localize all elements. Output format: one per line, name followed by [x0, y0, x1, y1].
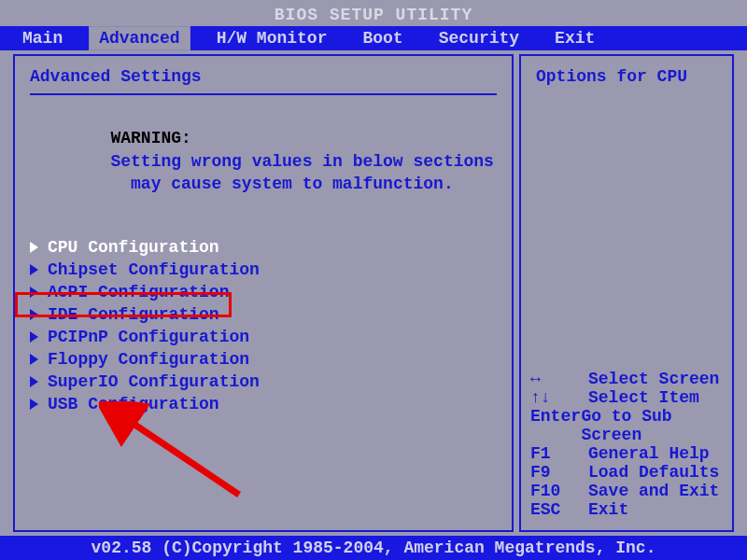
submenu-list: CPU ConfigurationChipset ConfigurationAC…: [30, 236, 497, 415]
hint-key: ↑↓: [530, 388, 588, 407]
main-panel: Advanced Settings WARNING: Setting wrong…: [13, 54, 514, 532]
app-title: BIOS SETUP UTILITY: [0, 6, 747, 26]
hint-row: F10Save and Exit: [530, 482, 723, 500]
submenu-label: PCIPnP Configuration: [48, 328, 249, 346]
top-menu-bar: MainAdvancedH/W MonitorBootSecurityExit: [0, 26, 747, 50]
hint-label: Select Item: [588, 388, 699, 407]
submenu-usb-configuration[interactable]: USB Configuration: [30, 393, 497, 415]
tab-advanced[interactable]: Advanced: [89, 26, 190, 50]
hint-key: ESC: [530, 500, 588, 519]
submenu-label: SuperIO Configuration: [48, 372, 260, 391]
triangle-icon: [30, 331, 38, 343]
hint-key: F1: [530, 444, 588, 463]
triangle-icon: [30, 376, 38, 387]
triangle-icon: [30, 242, 38, 253]
triangle-icon: [30, 399, 38, 410]
submenu-label: USB Configuration: [48, 395, 219, 413]
hint-key: Enter: [530, 407, 581, 444]
section-title: Advanced Settings: [30, 67, 497, 86]
tab-security[interactable]: Security: [430, 27, 529, 49]
side-panel: Options for CPU ↔Select Screen↑↓Select I…: [519, 54, 734, 532]
submenu-label: Floppy Configuration: [48, 350, 249, 369]
submenu-label: ACPI Configuration: [48, 283, 229, 301]
divider: [30, 93, 497, 95]
submenu-pcipnp-configuration[interactable]: PCIPnP Configuration: [30, 326, 497, 348]
key-hints: ↔Select Screen↑↓Select ItemEnterGo to Su…: [530, 370, 723, 519]
hint-row: EnterGo to Sub Screen: [530, 407, 723, 444]
submenu-chipset-configuration[interactable]: Chipset Configuration: [30, 259, 497, 281]
hint-label: Exit: [588, 500, 628, 519]
hint-row: ESCExit: [530, 500, 723, 519]
triangle-icon: [30, 309, 38, 320]
submenu-superio-configuration[interactable]: SuperIO Configuration: [30, 371, 497, 393]
tab-h-w-monitor[interactable]: H/W Monitor: [207, 27, 337, 49]
svg-line-0: [125, 418, 239, 495]
hint-key: F10: [530, 482, 588, 500]
hint-label: Save and Exit: [588, 482, 719, 500]
hint-key: F9: [530, 463, 588, 482]
hint-label: Go to Sub Screen: [581, 407, 723, 444]
triangle-icon: [30, 264, 38, 275]
triangle-icon: [30, 354, 38, 365]
warning-label: WARNING:: [110, 129, 190, 147]
submenu-cpu-configuration[interactable]: CPU Configuration: [30, 236, 497, 259]
hint-row: F9Load Defaults: [530, 463, 723, 482]
submenu-label: CPU Configuration: [48, 238, 219, 257]
triangle-icon: [30, 287, 38, 298]
footer-copyright: v02.58 (C)Copyright 1985-2004, American …: [0, 536, 747, 560]
tab-boot[interactable]: Boot: [353, 27, 412, 49]
submenu-floppy-configuration[interactable]: Floppy Configuration: [30, 348, 497, 371]
hint-label: Select Screen: [588, 370, 719, 388]
submenu-acpi-configuration[interactable]: ACPI Configuration: [30, 281, 497, 303]
submenu-ide-configuration[interactable]: IDE Configuration: [30, 303, 497, 326]
tab-exit[interactable]: Exit: [545, 27, 604, 49]
hint-label: General Help: [588, 444, 710, 463]
warning-body: Setting wrong values in below sections m…: [30, 152, 494, 193]
side-panel-title: Options for CPU: [536, 67, 717, 86]
hint-key: ↔: [530, 370, 588, 388]
hint-row: ↔Select Screen: [530, 370, 723, 388]
hint-row: ↑↓Select Item: [530, 388, 723, 407]
tab-main[interactable]: Main: [13, 27, 72, 49]
submenu-label: Chipset Configuration: [48, 260, 260, 279]
callout-arrow-icon: [99, 401, 267, 513]
submenu-label: IDE Configuration: [48, 305, 219, 324]
hint-row: F1General Help: [530, 444, 723, 463]
hint-label: Load Defaults: [588, 463, 719, 482]
warning-text: WARNING: Setting wrong values in below s…: [30, 105, 497, 217]
